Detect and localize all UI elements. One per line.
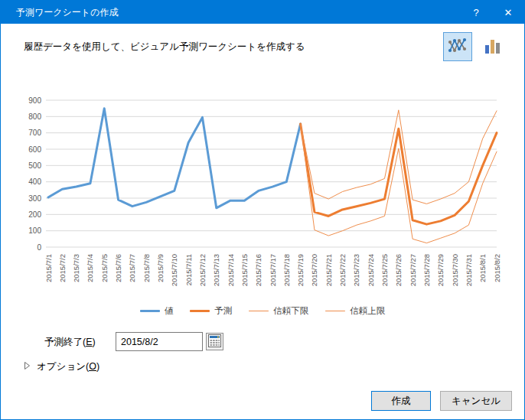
calendar-button[interactable] <box>206 333 223 350</box>
forecast-end-label: 予測終了(E) <box>44 336 96 349</box>
svg-text:2015/7/19: 2015/7/19 <box>296 254 305 286</box>
create-button[interactable]: 作成 <box>371 391 431 411</box>
svg-text:2015/7/20: 2015/7/20 <box>310 254 318 286</box>
help-button[interactable]: ? <box>460 1 492 24</box>
line-chart-icon <box>448 36 468 58</box>
svg-text:2015/7/18: 2015/7/18 <box>282 254 291 286</box>
upper-bound-line-swatch <box>325 311 345 311</box>
options-label: オプション(O) <box>37 360 99 373</box>
line-chart-type-button[interactable] <box>443 32 472 61</box>
forecast-end-input[interactable] <box>116 332 203 351</box>
svg-text:300: 300 <box>28 194 41 203</box>
svg-text:400: 400 <box>28 177 41 186</box>
legend-item-lower-bound: 信頼下限 <box>249 305 308 317</box>
svg-text:2015/8/1: 2015/8/1 <box>478 254 487 282</box>
svg-text:2015/7/7: 2015/7/7 <box>128 254 136 282</box>
svg-text:2015/7/13: 2015/7/13 <box>212 254 220 286</box>
svg-text:2015/7/31: 2015/7/31 <box>465 254 473 286</box>
svg-text:2015/7/14: 2015/7/14 <box>227 254 235 286</box>
svg-text:0: 0 <box>37 243 41 252</box>
svg-text:2015/7/8: 2015/7/8 <box>142 254 151 282</box>
lower-bound-line-swatch <box>249 311 269 311</box>
legend-label: 信頼上限 <box>350 305 385 317</box>
svg-text:2015/7/17: 2015/7/17 <box>269 254 277 286</box>
footer: 作成 キャンセル <box>371 391 512 411</box>
values-line-swatch <box>140 310 160 312</box>
legend-label: 信頼下限 <box>273 305 308 317</box>
svg-text:2015/7/26: 2015/7/26 <box>394 254 403 286</box>
svg-text:2015/7/21: 2015/7/21 <box>324 254 333 286</box>
legend-item-upper-bound: 信頼上限 <box>325 305 385 317</box>
svg-text:2015/7/1: 2015/7/1 <box>44 254 53 282</box>
svg-text:2015/7/22: 2015/7/22 <box>338 254 347 286</box>
cancel-button[interactable]: キャンセル <box>440 391 512 411</box>
titlebar: 予測ワークシートの作成 ? ✕ <box>1 1 524 24</box>
bar-chart-icon <box>484 36 502 58</box>
options-expander[interactable]: オプション(O) <box>24 360 99 373</box>
svg-text:2015/8/2: 2015/8/2 <box>493 254 501 282</box>
calendar-icon <box>208 334 221 350</box>
svg-text:2015/7/2: 2015/7/2 <box>58 254 67 282</box>
legend-label: 予測 <box>214 305 232 317</box>
svg-text:100: 100 <box>28 226 41 235</box>
svg-text:2015/7/12: 2015/7/12 <box>198 254 207 286</box>
svg-text:2015/7/29: 2015/7/29 <box>436 254 445 286</box>
svg-text:2015/7/11: 2015/7/11 <box>184 254 193 286</box>
svg-text:2015/7/3: 2015/7/3 <box>72 254 80 282</box>
svg-text:700: 700 <box>28 129 41 137</box>
legend-label: 値 <box>165 305 174 317</box>
svg-text:600: 600 <box>28 145 41 154</box>
forecast-end-row: 予測終了(E) <box>1 332 524 352</box>
svg-text:2015/7/30: 2015/7/30 <box>451 254 459 286</box>
chart-type-switcher <box>443 32 507 61</box>
svg-text:2015/7/23: 2015/7/23 <box>352 254 360 286</box>
svg-text:2015/7/28: 2015/7/28 <box>422 254 431 286</box>
svg-text:500: 500 <box>28 161 41 170</box>
svg-text:2015/7/4: 2015/7/4 <box>86 254 94 282</box>
svg-text:2015/7/16: 2015/7/16 <box>254 254 262 286</box>
svg-text:200: 200 <box>28 210 41 219</box>
legend-item-forecast: 予測 <box>190 305 232 317</box>
svg-text:900: 900 <box>28 96 41 105</box>
forecast-dialog: 予測ワークシートの作成 ? ✕ 履歴データを使用して、ビジュアル予測ワークシート… <box>0 0 525 420</box>
forecast-line-swatch <box>190 310 210 312</box>
svg-text:2015/7/6: 2015/7/6 <box>114 254 122 282</box>
svg-text:2015/7/27: 2015/7/27 <box>409 254 417 286</box>
dialog-subtitle: 履歴データを使用して、ビジュアル予測ワークシートを作成する <box>24 41 305 54</box>
svg-text:2015/7/24: 2015/7/24 <box>367 254 375 286</box>
bar-chart-type-button[interactable] <box>478 32 507 61</box>
svg-text:2015/7/10: 2015/7/10 <box>170 254 178 286</box>
window-title: 予測ワークシートの作成 <box>1 6 460 19</box>
svg-text:800: 800 <box>28 112 41 121</box>
chart-legend: 値 予測 信頼下限 信頼上限 <box>1 305 524 317</box>
legend-item-values: 値 <box>140 305 174 317</box>
close-button[interactable]: ✕ <box>492 1 524 24</box>
svg-text:2015/7/5: 2015/7/5 <box>100 254 109 282</box>
svg-text:2015/7/25: 2015/7/25 <box>380 254 389 286</box>
svg-text:2015/7/9: 2015/7/9 <box>156 254 165 282</box>
forecast-chart: 01002003004005006007008009002015/7/12015… <box>22 86 516 304</box>
chevron-right-icon <box>24 361 31 373</box>
svg-text:2015/7/15: 2015/7/15 <box>240 254 249 286</box>
